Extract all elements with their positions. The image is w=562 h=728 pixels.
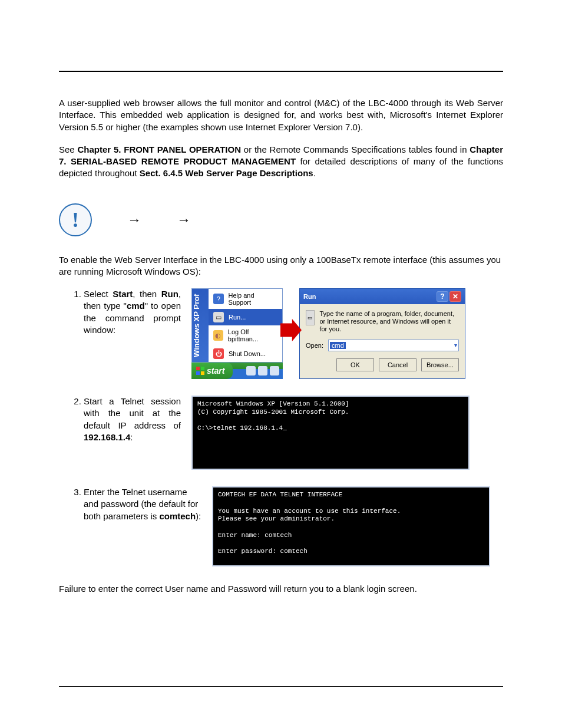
cmd-label: cmd: [127, 301, 145, 311]
run-label: Run: [161, 289, 178, 299]
arrow-icon: →: [127, 212, 141, 228]
text: .: [313, 168, 316, 178]
run-prompt-icon: ▭: [306, 310, 315, 325]
top-rule: [59, 71, 503, 72]
browse-button[interactable]: Browse...: [421, 358, 459, 371]
steps-list: Select Start, then Run, then type "cmd" …: [59, 288, 503, 566]
run-dialog-titlebar: Run ? ✕: [300, 289, 465, 304]
run-title-text: Run: [303, 293, 316, 300]
shutdown-icon: ⏻: [213, 348, 224, 359]
open-value: cmd: [330, 342, 346, 349]
open-label: Open:: [306, 342, 323, 349]
menu-label: Shut Down...: [229, 350, 266, 357]
help-button[interactable]: ?: [437, 291, 448, 302]
arrow-icon: →: [177, 212, 191, 228]
start-label: Start: [113, 289, 133, 299]
chevron-down-icon[interactable]: ▾: [454, 342, 457, 348]
logoff-icon: ◐: [213, 330, 223, 341]
help-icon: ?: [213, 294, 224, 304]
text: :: [130, 432, 133, 442]
start-label: start: [207, 366, 224, 375]
intro-paragraph: A user-supplied web browser allows the f…: [59, 97, 503, 133]
start-button[interactable]: start: [191, 363, 233, 379]
run-dialog: Run ? ✕ ▭ Type the name of a: [299, 288, 465, 379]
run-icon: ▭: [213, 312, 224, 322]
alert-icon: !: [59, 203, 92, 236]
step-1: Select Start, then Run, then type "cmd" …: [84, 288, 503, 379]
step-3: Enter the Telnet username and password (…: [84, 486, 503, 566]
cancel-button[interactable]: Cancel: [379, 358, 416, 371]
menu-logoff[interactable]: ◐ Log Off bpittman...: [209, 325, 282, 345]
notice-row: ! → →: [59, 203, 503, 236]
text: , then: [133, 289, 161, 299]
text: ):: [196, 511, 201, 521]
menu-help-and-support[interactable]: ? Help and Support: [209, 289, 282, 309]
xp-taskbar: start: [191, 363, 283, 379]
ok-button[interactable]: OK: [336, 358, 374, 371]
tray-icon[interactable]: [246, 366, 256, 375]
step-1-graphic: Windows XP Prof ? Help and Support ▭: [191, 288, 503, 379]
run-description: Type the name of a program, folder, docu…: [319, 310, 459, 334]
ip-address: 192.168.1.4: [84, 432, 130, 442]
menu-label: Log Off bpittman...: [228, 328, 277, 342]
telnet-terminal[interactable]: COMTECH EF DATA TELNET INTERFACE You mus…: [212, 486, 490, 566]
menu-run[interactable]: ▭ Run...: [209, 309, 282, 325]
menu-label: Help and Support: [229, 292, 277, 306]
menu-shutdown[interactable]: ⏻ Shut Down...: [209, 345, 282, 362]
xp-sidebar-label: Windows XP Prof: [192, 289, 209, 362]
tray-icon[interactable]: [270, 366, 279, 375]
failure-paragraph: Failure to enter the correct User name a…: [59, 583, 503, 595]
menu-label: Run...: [229, 314, 246, 321]
enable-paragraph: To enable the Web Server Interface in th…: [59, 254, 503, 278]
red-arrow-icon: [280, 319, 302, 341]
tray-icons: [246, 366, 283, 375]
tray-icon[interactable]: [258, 366, 267, 375]
text: Start a Telnet session with the unit at …: [84, 396, 181, 430]
cmd-terminal[interactable]: Microsoft Windows XP [Version 5.1.2600] …: [191, 396, 470, 470]
step-1-text: Select Start, then Run, then type "cmd" …: [84, 288, 181, 336]
step-2: Start a Telnet session with the unit at …: [84, 396, 503, 470]
text: or the Remote Commands Specifications ta…: [241, 144, 470, 154]
chapter5: Chapter 5. FRONT PANEL OPERATION: [77, 144, 241, 154]
default-cred: comtech: [159, 511, 196, 521]
sect-645: Sect. 6.4.5 Web Server Page Descriptions: [140, 168, 313, 178]
step-2-text: Start a Telnet session with the unit at …: [84, 396, 181, 443]
text: Select: [84, 289, 113, 299]
open-combobox[interactable]: cmd ▾: [328, 340, 459, 351]
windows-flag-icon: [196, 367, 204, 375]
bottom-rule: [59, 686, 503, 687]
xp-start-menu: Windows XP Prof ? Help and Support ▭: [191, 288, 283, 363]
reference-paragraph: See Chapter 5. FRONT PANEL OPERATION or …: [59, 144, 503, 180]
text: See: [59, 144, 77, 154]
close-button[interactable]: ✕: [449, 291, 461, 302]
step-3-text: Enter the Telnet username and password (…: [84, 486, 201, 522]
